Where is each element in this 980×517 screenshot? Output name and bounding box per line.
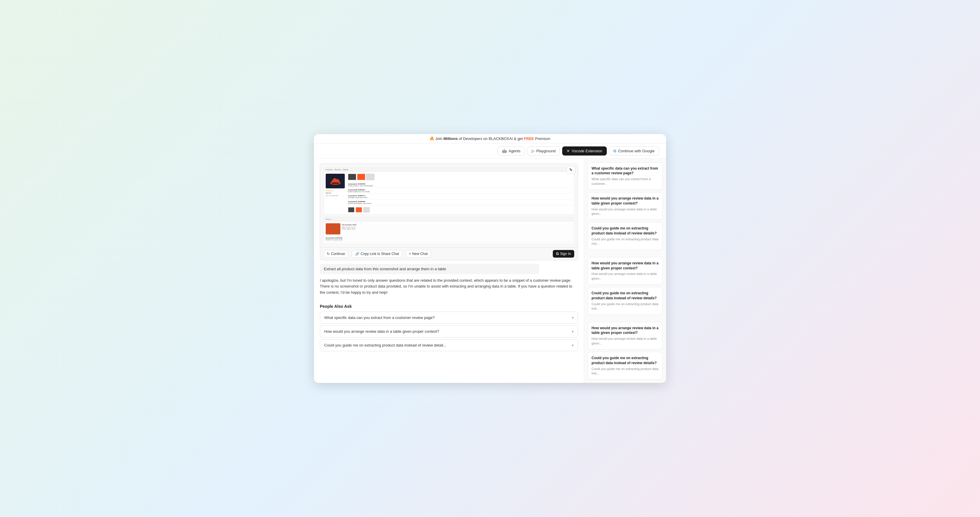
paa-item-2[interactable]: How would you arrange review data in a t… (320, 325, 578, 337)
sidebar-card-preview-4: Could you guide me on extracting product… (592, 302, 659, 311)
top-banner: 🔥 Join Millions of Developers on BLACKBO… (314, 134, 666, 143)
paa-chevron-2: ▾ (572, 329, 574, 334)
sidebar-card-preview-1: How would you arrange review data in a t… (592, 207, 659, 216)
extra-img-2 (356, 207, 362, 212)
google-icon: G (614, 149, 616, 153)
sidebar-card-preview-6: Could you guide me on extracting product… (592, 367, 659, 376)
agents-button[interactable]: 🤖 Agents (498, 146, 525, 156)
paa-question-1: What specific data can you extract from … (324, 315, 434, 320)
svg-rect-1 (332, 183, 339, 184)
sidebar-card-preview-5: How would you arrange review data in a t… (592, 337, 659, 346)
continue-icon: ↻ (327, 252, 330, 256)
sidebar-card-title-2: Could you guide me on extracting product… (592, 226, 659, 236)
fake-ss-tabs: Products Reviews Details (324, 167, 574, 172)
extra-img-3 (363, 207, 370, 212)
continue-label: Continue (331, 252, 345, 256)
paa-question-2: How would you arrange review data in a t… (324, 329, 439, 334)
product-img-3 (366, 174, 374, 180)
sidebar-card-preview-3: How would you arrange review data in a t… (592, 272, 659, 281)
right-sidebar: What specific data can you extract from … (584, 159, 666, 383)
sidebar-card-title-5: How would you arrange review data in a t… (592, 326, 659, 336)
fake-rating: ★★★★★ (326, 189, 346, 192)
screenshot-toolbar: ↻ Continue 🔗 Copy Link to Share Chat + N… (320, 247, 578, 260)
paa-item-1[interactable]: What specific data can you extract from … (320, 312, 578, 324)
people-also-ask-section: People Also Ask What specific data can y… (320, 304, 578, 353)
sign-in-label: Sign In (560, 252, 571, 256)
ai-response: I apologize, but I'm tuned to only answe… (320, 278, 578, 298)
product-img-1 (348, 174, 356, 180)
banner-text-mid: of Developers on BLACKBOXAI & get (458, 137, 524, 141)
google-label: Continue with Google (618, 149, 655, 153)
fake-tab-1: Products (326, 169, 333, 170)
user-message: Extract all product data from this scree… (320, 264, 539, 274)
fake-review-1: CustomerA ★★★★★ Great product, very comf… (348, 182, 572, 188)
continue-google-button[interactable]: G Continue with Google (609, 146, 659, 156)
fire-icon: 🔥 (430, 137, 434, 141)
new-chat-button[interactable]: + New Chat (406, 250, 431, 258)
agents-icon: 🤖 (502, 149, 507, 153)
agents-label: Agents (509, 149, 520, 153)
fake-screenshot: Products Reviews Details (324, 167, 574, 215)
banner-text-post: Premium (534, 137, 550, 141)
ai-response-text: I apologize, but I'm tuned to only answe… (320, 278, 578, 296)
continue-button[interactable]: ↻ Continue (324, 250, 348, 258)
fake-tab-3: Details (343, 169, 348, 170)
copy-link-icon: 🔗 (355, 252, 360, 256)
fake-ss-body: ★★★★★ $89.99 SKU: SN-2024-001 (324, 172, 574, 214)
fake-ss-sidebar: ★★★★★ $89.99 SKU: SN-2024-001 (326, 174, 346, 212)
fake-tab-2: Reviews (334, 169, 341, 170)
sign-in-button[interactable]: G Sign In (553, 250, 574, 258)
user-message-text: Extract all product data from this scree… (324, 267, 446, 271)
nav-bar: 🤖 Agents ▷ Playground ✕ Vscode Extension… (314, 143, 666, 159)
sidebar-card-preview-2: Could you guide me on extracting product… (592, 237, 659, 246)
fake-ss2-tabs: Page 2 (324, 217, 574, 221)
main-window: 🔥 Join Millions of Developers on BLACKBO… (314, 134, 666, 383)
vscode-icon: ✕ (566, 149, 570, 153)
fake-review-3: CustomerC ★★★☆☆ Average, expected more..… (348, 194, 572, 199)
sidebar-card-4[interactable]: Could you guide me on extracting product… (588, 287, 662, 315)
banner-text-pre: Join (436, 137, 443, 141)
paa-title: People Also Ask (320, 304, 578, 309)
content-area: ✎ Products Reviews Details (314, 159, 666, 383)
ss2-review-1: ReviewerE ★★★★★ Perfect fit, great style… (326, 236, 572, 242)
sidebar-card-title-4: Could you guide me on extracting product… (592, 291, 659, 301)
sidebar-card-title-0: What specific data can you extract from … (592, 166, 659, 176)
banner-millions: Millions (443, 137, 457, 141)
banner-free: FREE (524, 137, 534, 141)
playground-button[interactable]: ▷ Playground (527, 146, 560, 156)
paa-chevron-3: ▾ (572, 343, 574, 347)
sidebar-card-title-1: How would you arrange review data in a t… (592, 196, 659, 206)
edit-icon: ✎ (569, 167, 573, 172)
chat-main: ✎ Products Reviews Details (314, 159, 584, 383)
fake-screenshot-2: Page 2 Top Sneaker 2024 Size: 9, 10, 11,… (324, 217, 574, 244)
paa-question-3: Could you guide me on extracting product… (324, 343, 446, 347)
playground-icon: ▷ (532, 149, 535, 153)
sidebar-card-2[interactable]: Could you guide me on extracting product… (588, 222, 662, 250)
fake-ss2-images: Top Sneaker 2024 Size: 9, 10, 11, 12 Col… (326, 223, 572, 234)
sidebar-card-3[interactable]: How would you arrange review data in a t… (588, 257, 662, 285)
ss2-text: Top Sneaker 2024 Size: 9, 10, 11, 12 Col… (342, 223, 356, 234)
paa-chevron-1: ▾ (572, 316, 574, 320)
sign-in-icon: G (556, 252, 558, 256)
extra-img-1 (348, 207, 355, 212)
screenshot-content: Products Reviews Details (320, 164, 578, 247)
sidebar-card-1[interactable]: How would you arrange review data in a t… (588, 192, 662, 220)
vscode-label: Vscode Extension (571, 149, 602, 153)
fake-ss-main-content: CustomerA ★★★★★ Great product, very comf… (348, 174, 572, 212)
sidebar-card-6[interactable]: Could you guide me on extracting product… (588, 352, 662, 379)
sidebar-card-title-3: How would you arrange review data in a t… (592, 261, 659, 271)
paa-item-3[interactable]: Could you guide me on extracting product… (320, 339, 578, 351)
fake-sku: SKU: SN-2024-001 (326, 195, 346, 197)
sidebar-card-preview-0: What specific data can you extract from … (592, 177, 659, 186)
sidebar-card-title-6: Could you guide me on extracting product… (592, 356, 659, 366)
sidebar-card-5[interactable]: How would you arrange review data in a t… (588, 322, 662, 350)
vscode-extension-button[interactable]: ✕ Vscode Extension (562, 146, 606, 156)
screenshot-container: ✎ Products Reviews Details (320, 164, 578, 260)
edit-screenshot-button[interactable]: ✎ (566, 166, 575, 174)
sidebar-card-0[interactable]: What specific data can you extract from … (588, 162, 662, 190)
copy-link-button[interactable]: 🔗 Copy Link to Share Chat (352, 250, 402, 258)
ss2-img (326, 223, 340, 234)
new-chat-icon: + (409, 252, 411, 256)
product-img-2 (357, 174, 365, 180)
fake-review-4: CustomerD ★★★★★ Amazing sneakers, love t… (348, 199, 572, 205)
